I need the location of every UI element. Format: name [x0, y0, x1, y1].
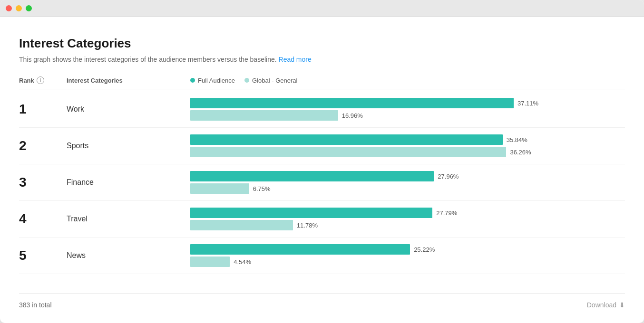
primary-bar-row: 27.96%: [190, 171, 625, 181]
secondary-bar-label: 36.26%: [510, 149, 531, 156]
bar-group: 25.22% 4.54%: [190, 244, 625, 267]
table-header: Rank i Interest Categories Full Audience…: [19, 76, 625, 89]
primary-bar: [190, 98, 514, 108]
category-name: Finance: [67, 178, 190, 187]
bar-group: 37.11% 16.96%: [190, 98, 625, 121]
table-row: 5 News 25.22% 4.54%: [19, 238, 625, 274]
secondary-bar-label: 11.78%: [297, 222, 318, 229]
rank-number: 1: [19, 102, 67, 117]
secondary-bar-label: 16.96%: [342, 112, 363, 119]
rank-info-icon[interactable]: i: [37, 76, 44, 84]
primary-bar: [190, 208, 432, 218]
rank-number: 2: [19, 138, 67, 153]
maximize-button[interactable]: [26, 5, 32, 11]
rank-number: 4: [19, 211, 67, 227]
rank-number: 5: [19, 248, 67, 263]
download-button[interactable]: Download ⬇: [587, 301, 625, 309]
secondary-bar-row: 6.75%: [190, 183, 625, 194]
primary-bar-row: 35.84%: [190, 134, 625, 145]
bar-group: 35.84% 36.26%: [190, 134, 625, 157]
secondary-bar-label: 6.75%: [253, 185, 271, 192]
main-content: Interest Categories This graph shows the…: [0, 17, 644, 323]
bar-group: 27.96% 6.75%: [190, 171, 625, 194]
secondary-bar: [190, 110, 338, 121]
page-subtitle: This graph shows the interest categories…: [19, 56, 625, 63]
category-name: Travel: [67, 215, 190, 223]
read-more-link[interactable]: Read more: [279, 56, 312, 63]
category-name: Work: [67, 105, 190, 114]
legend-full-audience: Full Audience: [190, 77, 235, 84]
table-row: 2 Sports 35.84% 36.26%: [19, 128, 625, 164]
secondary-bar-row: 11.78%: [190, 220, 625, 230]
primary-bar: [190, 134, 503, 145]
primary-bar-label: 37.11%: [517, 100, 538, 107]
footer: 383 in total Download ⬇: [19, 293, 625, 309]
secondary-bar: [190, 220, 293, 230]
primary-bar-row: 27.79%: [190, 208, 625, 218]
titlebar: [0, 0, 644, 17]
close-button[interactable]: [6, 5, 12, 11]
legend: Full Audience Global - General: [190, 77, 625, 84]
page-title: Interest Categories: [19, 36, 625, 51]
data-rows-container: 1 Work 37.11% 16.96% 2 Sports 35.84%: [19, 91, 625, 293]
primary-bar: [190, 244, 410, 255]
full-audience-dot: [190, 78, 195, 83]
secondary-bar-label: 4.54%: [234, 258, 251, 266]
secondary-bar: [190, 256, 230, 267]
category-name: News: [67, 251, 190, 260]
secondary-bar-row: 16.96%: [190, 110, 625, 121]
minimize-button[interactable]: [16, 5, 22, 11]
primary-bar-row: 37.11%: [190, 98, 625, 108]
primary-bar: [190, 171, 434, 181]
secondary-bar-row: 36.26%: [190, 147, 625, 157]
global-general-dot: [244, 78, 249, 83]
category-name: Sports: [67, 142, 190, 150]
table-row: 3 Finance 27.96% 6.75%: [19, 164, 625, 201]
download-icon: ⬇: [619, 301, 625, 309]
table-row: 4 Travel 27.79% 11.78%: [19, 201, 625, 238]
primary-bar-row: 25.22%: [190, 244, 625, 255]
secondary-bar-row: 4.54%: [190, 256, 625, 267]
rank-column-header: Rank i: [19, 76, 67, 84]
primary-bar-label: 27.96%: [438, 173, 459, 180]
secondary-bar: [190, 147, 506, 157]
total-count: 383 in total: [19, 301, 52, 309]
rank-number: 3: [19, 175, 67, 190]
legend-global-general: Global - General: [244, 77, 297, 84]
app-window: Interest Categories This graph shows the…: [0, 0, 644, 323]
primary-bar-label: 35.84%: [507, 136, 527, 143]
bar-group: 27.79% 11.78%: [190, 208, 625, 230]
secondary-bar: [190, 183, 249, 194]
table-row: 1 Work 37.11% 16.96%: [19, 91, 625, 128]
primary-bar-label: 27.79%: [436, 209, 457, 217]
primary-bar-label: 25.22%: [414, 246, 435, 253]
category-column-header: Interest Categories: [67, 77, 190, 84]
